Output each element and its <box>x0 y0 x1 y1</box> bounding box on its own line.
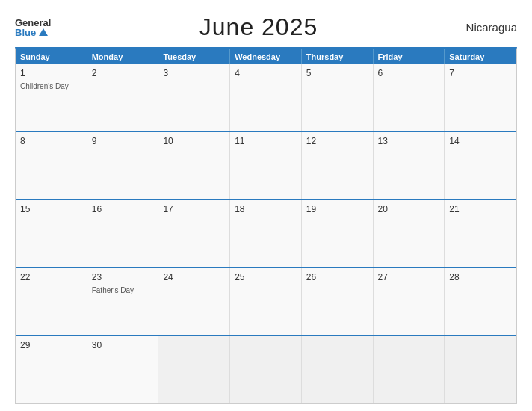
day-cell-1-1: 1Children's Day <box>16 64 87 131</box>
day-cell-3-1: 15 <box>16 200 87 267</box>
day-number: 18 <box>235 203 297 216</box>
day-number: 13 <box>378 135 440 148</box>
day-cell-5-5 <box>302 336 374 403</box>
day-headers-row: Sunday Monday Tuesday Wednesday Thursday… <box>16 49 516 64</box>
day-cell-4-4: 25 <box>230 268 302 335</box>
day-number: 14 <box>449 135 512 148</box>
page: General Blue June 2025 Nicaragua Sunday … <box>0 0 532 411</box>
day-cell-3-7: 21 <box>445 200 516 267</box>
day-cell-1-3: 3 <box>158 64 230 131</box>
day-number: 6 <box>378 67 440 80</box>
logo-general-text: General <box>15 18 51 28</box>
day-cell-5-1: 29 <box>16 336 87 403</box>
month-title: June 2025 <box>200 13 318 41</box>
day-cell-5-6 <box>374 336 445 403</box>
header-sunday: Sunday <box>16 49 87 64</box>
header-monday: Monday <box>87 49 159 64</box>
day-number: 29 <box>20 339 82 352</box>
day-cell-1-2: 2 <box>87 64 159 131</box>
day-cell-3-5: 19 <box>302 200 374 267</box>
header-saturday: Saturday <box>445 49 516 64</box>
day-number: 3 <box>163 67 225 80</box>
day-number: 12 <box>306 135 368 148</box>
day-number: 21 <box>449 203 512 216</box>
holiday-label: Father's Day <box>92 285 154 295</box>
week-row-2: 891011121314 <box>16 131 516 199</box>
day-cell-5-4 <box>230 336 302 403</box>
day-cell-2-3: 10 <box>158 132 230 199</box>
day-number: 2 <box>92 67 154 80</box>
week-row-5: 2930 <box>16 335 516 403</box>
header-thursday: Thursday <box>302 49 374 64</box>
day-cell-3-3: 17 <box>158 200 230 267</box>
weeks: 1Children's Day2345678910111213141516171… <box>16 64 516 403</box>
day-number: 28 <box>449 271 512 284</box>
day-cell-4-1: 22 <box>16 268 87 335</box>
week-row-3: 15161718192021 <box>16 199 516 267</box>
day-cell-1-5: 5 <box>302 64 374 131</box>
day-number: 24 <box>163 271 225 284</box>
day-number: 23 <box>92 271 154 284</box>
day-number: 7 <box>449 67 512 80</box>
day-number: 25 <box>235 271 297 284</box>
day-number: 19 <box>306 203 368 216</box>
day-number: 10 <box>163 135 225 148</box>
day-cell-5-2: 30 <box>87 336 159 403</box>
day-number: 8 <box>20 135 82 148</box>
day-cell-2-4: 11 <box>230 132 302 199</box>
day-number: 27 <box>378 271 440 284</box>
day-number: 20 <box>378 203 440 216</box>
day-cell-5-7 <box>445 336 516 403</box>
day-number: 5 <box>306 67 368 80</box>
holiday-label: Children's Day <box>20 81 82 91</box>
week-row-1: 1Children's Day234567 <box>16 64 516 131</box>
day-cell-4-2: 23Father's Day <box>87 268 159 335</box>
day-cell-3-6: 20 <box>374 200 445 267</box>
day-cell-4-5: 26 <box>302 268 374 335</box>
day-cell-2-7: 14 <box>445 132 516 199</box>
calendar-header: General Blue June 2025 Nicaragua <box>15 13 517 41</box>
day-number: 9 <box>92 135 154 148</box>
day-cell-3-4: 18 <box>230 200 302 267</box>
header-wednesday: Wednesday <box>230 49 302 64</box>
header-friday: Friday <box>374 49 445 64</box>
day-cell-2-6: 13 <box>374 132 445 199</box>
day-number: 15 <box>20 203 82 216</box>
day-number: 17 <box>163 203 225 216</box>
logo-blue-text: Blue <box>15 28 48 37</box>
logo: General Blue <box>15 18 51 37</box>
calendar: Sunday Monday Tuesday Wednesday Thursday… <box>15 47 517 404</box>
day-number: 16 <box>92 203 154 216</box>
day-cell-1-7: 7 <box>445 64 516 131</box>
day-cell-4-3: 24 <box>158 268 230 335</box>
day-cell-1-4: 4 <box>230 64 302 131</box>
day-number: 30 <box>92 339 154 352</box>
day-cell-5-3 <box>158 336 230 403</box>
week-row-4: 2223Father's Day2425262728 <box>16 267 516 335</box>
day-cell-2-2: 9 <box>87 132 159 199</box>
day-cell-4-7: 28 <box>445 268 516 335</box>
day-number: 11 <box>235 135 297 148</box>
header-tuesday: Tuesday <box>158 49 230 64</box>
logo-triangle-icon <box>39 28 48 36</box>
day-cell-3-2: 16 <box>87 200 159 267</box>
day-number: 22 <box>20 271 82 284</box>
day-number: 1 <box>20 67 82 80</box>
day-number: 26 <box>306 271 368 284</box>
day-cell-2-1: 8 <box>16 132 87 199</box>
day-cell-1-6: 6 <box>374 64 445 131</box>
country-label: Nicaragua <box>466 21 517 34</box>
day-cell-2-5: 12 <box>302 132 374 199</box>
day-number: 4 <box>235 67 297 80</box>
day-cell-4-6: 27 <box>374 268 445 335</box>
